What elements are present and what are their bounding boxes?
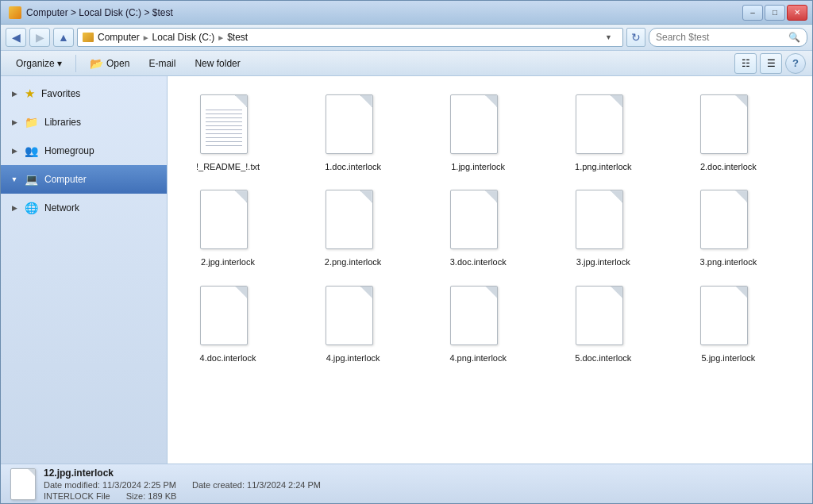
file-item[interactable]: 4.png.interlock (430, 280, 526, 369)
status-size: Size: 189 KB (126, 491, 177, 501)
file-name: 4.jpg.interlock (326, 352, 380, 364)
file-icon-container (700, 94, 756, 158)
close-button[interactable]: ✕ (787, 5, 807, 21)
sidebar-item-network[interactable]: ▶ 🌐 Network (1, 194, 167, 222)
sidebar-item-computer[interactable]: ▼ 💻 Computer (1, 165, 167, 194)
homegroup-icon: 👥 (25, 144, 38, 157)
file-item[interactable]: 2.png.interlock (306, 184, 401, 273)
status-filename: 12.jpg.interlock (44, 467, 321, 479)
refresh-button[interactable]: ↻ (626, 28, 645, 47)
document-icon-shape (450, 94, 498, 154)
breadcrumb-dropdown-arrow[interactable]: ▼ (605, 33, 618, 41)
breadcrumb-localdisk[interactable]: Local Disk (C:) (152, 32, 215, 43)
email-button[interactable]: E-mail (140, 53, 184, 74)
status-info: 12.jpg.interlock Date modified: 11/3/202… (44, 467, 321, 501)
status-date-modified: Date modified: 11/3/2024 2:25 PM (44, 480, 176, 490)
document-icon-shape (700, 190, 748, 249)
file-icon-container (200, 94, 256, 158)
title-bar-left: Computer > Local Disk (C:) > $test (9, 6, 173, 19)
file-item[interactable]: 5.jpg.interlock (680, 280, 776, 369)
forward-button[interactable]: ▶ (29, 28, 50, 47)
file-item[interactable]: 4.jpg.interlock (306, 280, 401, 369)
file-item[interactable]: !_README_!.txt (180, 89, 275, 178)
breadcrumb-folder-icon (83, 33, 94, 42)
breadcrumb-sep-2: ► (217, 33, 225, 42)
breadcrumb-folder[interactable]: $test (227, 32, 248, 43)
search-input[interactable] (656, 32, 785, 43)
document-icon-shape (326, 286, 373, 345)
back-button[interactable]: ◀ (6, 28, 26, 47)
computer-icon: 💻 (25, 173, 38, 186)
file-item[interactable]: 5.doc.interlock (556, 280, 651, 369)
document-icon-shape (326, 94, 373, 154)
breadcrumb-bar[interactable]: Computer ► Local Disk (C:) ► $test ▼ (77, 28, 623, 47)
file-name: 4.doc.interlock (200, 352, 256, 364)
file-name: 1.doc.interlock (325, 161, 381, 172)
title-bar: Computer > Local Disk (C:) > $test – □ ✕ (1, 1, 812, 25)
toolbar-separator-1 (75, 55, 76, 72)
file-item[interactable]: 1.png.interlock (556, 89, 651, 178)
libraries-expand-icon: ▶ (10, 118, 18, 126)
file-item[interactable]: 2.doc.interlock (680, 89, 776, 178)
breadcrumb-sep-1: ► (142, 33, 150, 42)
file-name: 2.doc.interlock (700, 161, 757, 172)
sidebar-item-libraries[interactable]: ▶ 📁 Libraries (1, 108, 167, 137)
network-expand-icon: ▶ (10, 204, 18, 212)
toolbar: Organize ▾ 📂 Open E-mail New folder ☷ ☰ … (1, 51, 812, 76)
file-icon-container (576, 286, 631, 349)
search-icon[interactable]: 🔍 (788, 32, 800, 43)
sidebar-item-favorites[interactable]: ▶ ★ Favorites (1, 79, 167, 108)
homegroup-label: Homegroup (44, 145, 94, 156)
view-button[interactable]: ☰ (760, 53, 782, 74)
file-item[interactable]: 4.doc.interlock (180, 280, 275, 369)
file-name: 2.jpg.interlock (201, 256, 255, 267)
file-item[interactable]: 3.png.interlock (680, 184, 776, 273)
help-button[interactable]: ? (785, 53, 806, 74)
file-item[interactable]: 1.doc.interlock (306, 89, 401, 178)
libraries-icon: 📁 (25, 116, 38, 129)
explorer-window: Computer > Local Disk (C:) > $test – □ ✕… (0, 0, 813, 504)
file-area: !_README_!.txt1.doc.interlock1.jpg.inter… (168, 76, 812, 464)
main-content: ▶ ★ Favorites ▶ 📁 Libraries ▶ 👥 Homegrou… (1, 76, 812, 464)
search-bar[interactable]: 🔍 (649, 28, 807, 47)
status-file-icon (10, 468, 36, 500)
file-icon-container (576, 190, 631, 253)
open-button[interactable]: 📂 Open (81, 53, 138, 74)
file-name: 3.png.interlock (700, 256, 757, 267)
computer-expand-icon: ▼ (10, 175, 18, 183)
file-name: !_README_!.txt (196, 161, 260, 172)
file-item[interactable]: 1.jpg.interlock (430, 89, 526, 178)
view-options-button[interactable]: ☷ (734, 53, 757, 74)
up-button[interactable]: ▲ (53, 28, 74, 47)
file-icon-container (200, 190, 256, 253)
file-icon-container (576, 94, 631, 158)
status-filetype: INTERLOCK File (44, 491, 110, 501)
file-name: 1.jpg.interlock (451, 161, 505, 172)
document-icon-shape (576, 286, 623, 345)
document-icon-shape (450, 190, 498, 249)
file-icon-container (700, 286, 756, 349)
file-name: 4.png.interlock (449, 352, 507, 364)
organize-button[interactable]: Organize ▾ (7, 53, 71, 74)
minimize-button[interactable]: – (742, 5, 763, 21)
file-icon-container (326, 94, 381, 158)
file-icon-container (326, 190, 381, 253)
new-folder-button[interactable]: New folder (186, 53, 249, 74)
file-name: 3.doc.interlock (450, 256, 507, 267)
file-name: 1.png.interlock (575, 161, 632, 172)
file-icon-container (450, 94, 506, 158)
file-item[interactable]: 3.doc.interlock (430, 184, 526, 273)
title-buttons: – □ ✕ (742, 5, 807, 21)
window-title: Computer > Local Disk (C:) > $test (26, 7, 173, 18)
document-icon-shape (200, 94, 248, 154)
file-item[interactable]: 3.jpg.interlock (556, 184, 651, 273)
homegroup-expand-icon: ▶ (10, 147, 18, 155)
file-item[interactable]: 2.jpg.interlock (180, 184, 275, 273)
document-icon-shape (200, 190, 248, 249)
maximize-button[interactable]: □ (765, 5, 785, 21)
favorites-label: Favorites (41, 88, 80, 99)
status-meta-row-2: INTERLOCK File Size: 189 KB (44, 491, 321, 501)
file-icon-container (450, 286, 506, 349)
sidebar-item-homegroup[interactable]: ▶ 👥 Homegroup (1, 137, 167, 165)
breadcrumb-computer[interactable]: Computer (98, 32, 140, 43)
